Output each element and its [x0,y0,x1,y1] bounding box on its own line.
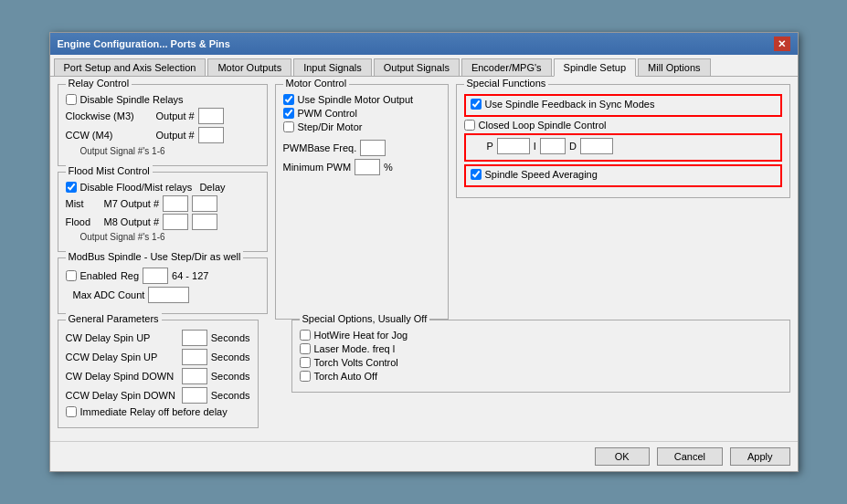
torch-auto-label: Torch Auto Off [314,371,378,382]
p-input[interactable]: 0.25 [497,138,530,154]
cw-output-input[interactable]: 1 [198,108,224,124]
torch-volts-row: Torch Volts Control [300,357,782,368]
tab-output-signals[interactable]: Output Signals [374,58,460,76]
cw-spin-up-input[interactable]: 1 [182,330,207,346]
modbus-enabled-checkbox[interactable] [66,270,77,281]
disable-spindle-relays-row: Disable Spindle Relays [66,94,259,105]
spindle-feedback-highlighted: Use Spindle Feedback in Sync Modes [464,94,782,117]
disable-flood-mist-checkbox[interactable] [66,182,77,193]
flood-mist-label: Flood Mist Control [66,165,153,176]
modbus-adc-input[interactable]: 16380 [148,287,189,303]
mist-delay-input[interactable]: 0 [192,195,217,212]
mist-output-label: M7 Output # [104,198,160,209]
tab-motor-outputs[interactable]: Motor Outputs [207,58,291,76]
general-params-group: General Parameters CW Delay Spin UP 1 Se… [58,320,259,428]
mist-row: Mist M7 Output # 4 0 [66,195,259,212]
p-label: P [487,141,493,152]
spindle-feedback-row: Use Spindle Feedback in Sync Modes [471,99,776,110]
closed-loop-label: Closed Loop Spindle Control [479,120,607,131]
pwm-control-row: PWM Control [283,108,440,119]
cancel-button[interactable]: Cancel [657,447,723,466]
modbus-enabled-row: Enabled Reg 64 64 - 127 [66,268,259,284]
left-section: Relay Control Disable Spindle Relays Clo… [58,84,268,320]
torch-volts-label: Torch Volts Control [314,357,398,368]
bottom-spacer [266,320,284,434]
spindle-avg-checkbox[interactable] [471,169,482,180]
right-section: Special Functions Use Spindle Feedback i… [456,84,790,320]
min-pwm-row: Minimum PWM 0 % [283,159,440,175]
spindle-avg-label: Spindle Speed Averaging [485,169,598,180]
torch-auto-checkbox[interactable] [300,371,311,382]
special-options-group: Special Options, Usually Off HotWire Hea… [291,320,790,393]
ccw-label: CCW (M4) [66,130,153,141]
step-dir-label: Step/Dir Motor [298,121,363,132]
hotwire-label: HotWire Heat for Jog [314,330,408,341]
ccw-spin-down-row: CCW Delay Spin DOWN 1 Seconds [66,387,250,404]
step-dir-checkbox[interactable] [283,121,294,132]
laser-checkbox[interactable] [300,343,311,354]
flood-output-input[interactable]: 3 [163,214,188,230]
ok-button[interactable]: OK [595,447,650,466]
hotwire-checkbox[interactable] [300,330,311,341]
modbus-adc-row: Max ADC Count 16380 [66,287,259,303]
spindle-avg-row: Spindle Speed Averaging [471,169,776,180]
min-pwm-label: Minimum PWM [283,162,352,173]
flood-row: Flood M8 Output # 3 0 [66,214,259,230]
cw-row: Clockwise (M3) Output # 1 [66,108,259,124]
cw-spin-down-input[interactable]: 1 [182,368,207,384]
torch-volts-checkbox[interactable] [300,357,311,368]
relay-control-label: Relay Control [66,78,132,89]
modbus-reg-range: 64 - 127 [172,270,208,281]
laser-row: Laser Mode. freq l [300,343,782,354]
pwm-control-checkbox[interactable] [283,108,294,119]
special-functions-group: Special Functions Use Spindle Feedback i… [456,84,790,198]
closed-loop-checkbox[interactable] [464,120,475,131]
tab-input-signals[interactable]: Input Signals [293,58,372,76]
disable-spindle-relays-checkbox[interactable] [66,94,77,105]
min-pwm-input[interactable]: 0 [355,159,380,175]
use-spindle-motor-row: Use Spindle Motor Output [283,94,440,105]
laser-label: Laser Mode. freq l [314,343,396,354]
flood-label: Flood [66,216,101,227]
spindle-feedback-checkbox[interactable] [471,99,482,110]
immediate-relay-row: Immediate Relay off before delay [66,406,250,417]
motor-control-group: Motor Control Use Spindle Motor Output P… [275,84,449,320]
flood-mist-group: Flood Mist Control Disable Flood/Mist re… [58,172,268,252]
apply-button[interactable]: Apply [730,447,790,466]
cw-spin-down-label: CW Delay Spind DOWN [66,371,178,382]
tab-mill-options[interactable]: Mill Options [638,58,710,76]
general-params-section: General Parameters CW Delay Spin UP 1 Se… [58,320,259,434]
middle-section: Motor Control Use Spindle Motor Output P… [275,84,449,320]
pwmbase-label: PWMBase Freq. [283,142,357,153]
pid-row: P 0.25 I 1 D 0.3 [471,138,776,154]
main-window: Engine Configuration... Ports & Pins ✕ P… [49,32,799,472]
i-input[interactable]: 1 [540,138,566,154]
ccw-spin-down-input[interactable]: 1 [182,387,207,404]
ccw-spin-down-unit: Seconds [211,390,250,401]
d-input[interactable]: 0.3 [580,138,613,154]
cw-output-label: Output # [156,110,195,121]
relay-output-signal-label: Output Signal #'s 1-6 [66,146,259,156]
close-button[interactable]: ✕ [774,37,790,51]
special-functions-label: Special Functions [464,78,549,89]
flood-output-signal-label: Output Signal #'s 1-6 [66,232,259,242]
use-spindle-motor-checkbox[interactable] [283,94,294,105]
use-spindle-motor-label: Use Spindle Motor Output [298,94,414,105]
ccw-spin-up-input[interactable]: 1 [182,349,207,365]
tab-port-setup[interactable]: Port Setup and Axis Selection [54,58,206,76]
bottom-buttons: OK Cancel Apply [50,441,798,471]
pwmbase-input[interactable]: 5 [360,140,386,156]
immediate-relay-label: Immediate Relay off before delay [80,406,228,417]
mist-output-input[interactable]: 4 [163,195,188,212]
main-content: Relay Control Disable Spindle Relays Clo… [50,77,798,441]
modbus-reg-input[interactable]: 64 [143,268,168,284]
tab-encoder-mpgs[interactable]: Encoder/MPG's [461,58,552,76]
ccw-output-input[interactable]: 1 [198,127,224,143]
immediate-relay-checkbox[interactable] [66,406,77,417]
flood-delay-input[interactable]: 0 [192,214,217,230]
special-options-section: Special Options, Usually Off HotWire Hea… [291,320,790,434]
flood-output-label: M8 Output # [104,216,160,227]
tab-spindle-setup[interactable]: Spindle Setup [554,58,637,77]
tabs-bar: Port Setup and Axis Selection Motor Outp… [50,55,798,77]
ccw-spin-up-row: CCW Delay Spin UP 1 Seconds [66,349,250,365]
